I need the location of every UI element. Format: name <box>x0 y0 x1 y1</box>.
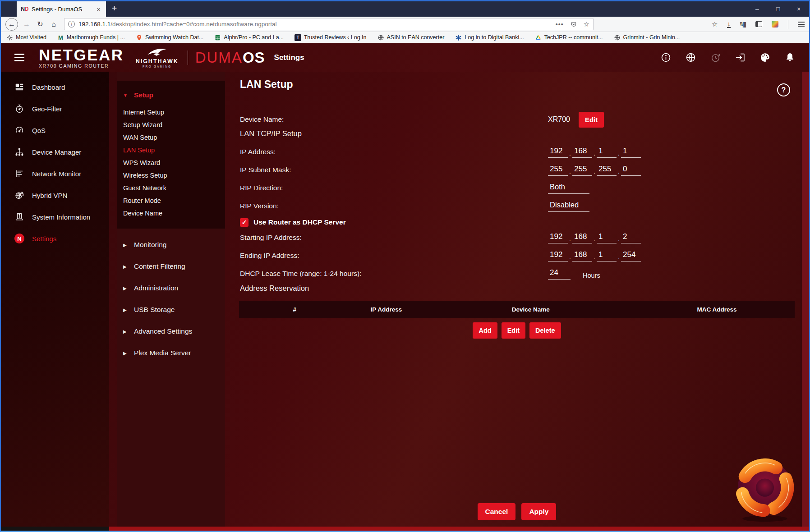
bookmark-item[interactable]: TechJPR -- communit... <box>535 34 603 41</box>
url-text[interactable]: 192.168.1.1/desktop/index.html?cache=0#c… <box>78 21 552 28</box>
bookmark-item[interactable]: MMarlborough Funds | ... <box>57 34 125 41</box>
triangle-right-icon: ▶ <box>123 243 128 248</box>
start-octet-input[interactable]: 168 <box>572 232 592 243</box>
forward-button[interactable]: → <box>21 18 32 30</box>
menu-icon[interactable] <box>798 21 805 28</box>
end-octet-input[interactable]: 192 <box>548 250 568 261</box>
bookmark-item[interactable]: Swimming Watch Dat... <box>136 34 203 41</box>
submenu-item-lan-setup[interactable]: LAN Setup <box>117 144 225 156</box>
submenu-item-router-mode[interactable]: Router Mode <box>117 194 225 207</box>
sidebar-item-settings[interactable]: N Settings <box>1 228 109 249</box>
bookmark-item[interactable]: Log in to Digital Banki... <box>455 34 524 41</box>
history-icon[interactable] <box>710 52 721 63</box>
start-octet-input[interactable]: 192 <box>548 232 568 243</box>
submenu-group-plex-media-server[interactable]: ▶Plex Media Server <box>117 342 225 364</box>
close-button[interactable]: × <box>788 1 809 17</box>
scrollbar-corner <box>1 527 109 532</box>
address-bar[interactable]: i 192.168.1.1/desktop/index.html?cache=0… <box>64 18 594 30</box>
submenu-group-monitoring[interactable]: ▶Monitoring <box>117 234 225 256</box>
subnet-octet-input[interactable]: 255 <box>597 165 617 176</box>
sidebar-item-network-monitor[interactable]: Network Monitor <box>1 163 109 184</box>
add-button[interactable]: Add <box>473 322 497 339</box>
page-info-icon[interactable]: i <box>68 21 75 28</box>
bookmark-item[interactable]: ASIN to EAN converter <box>377 34 445 41</box>
ip-octet-input[interactable]: 1 <box>621 147 641 158</box>
cancel-button[interactable]: Cancel <box>478 503 516 520</box>
sidebar-item-geo-filter[interactable]: Geo-Filter <box>1 98 109 119</box>
new-tab-button[interactable]: + <box>112 3 117 13</box>
submenu-group-usb-storage[interactable]: ▶USB Storage <box>117 299 225 321</box>
edit-button[interactable]: Edit <box>502 322 525 339</box>
submenu-item-wps-wizard[interactable]: WPS Wizard <box>117 156 225 169</box>
home-button[interactable]: ⌂ <box>48 18 60 30</box>
dhcp-checkbox[interactable]: ✓ <box>240 218 249 227</box>
subnet-mask-row: IP Subnet Mask: 255.255.255.0 <box>240 161 793 179</box>
sidebar-toggle-icon[interactable] <box>755 21 762 27</box>
sidebar-item-qos[interactable]: QoS <box>1 119 109 141</box>
apply-button[interactable]: Apply <box>521 503 556 520</box>
maximize-button[interactable]: □ <box>768 1 788 17</box>
browser-window: ND Settings - DumaOS × + – □ × ← → ↻ ⌂ i… <box>0 0 810 532</box>
theme-palette-icon[interactable] <box>759 52 771 63</box>
delete-button[interactable]: Delete <box>529 322 561 339</box>
sidebar-item-dashboard[interactable]: Dashboard <box>1 76 109 98</box>
submenu-item-wan-setup[interactable]: WAN Setup <box>117 131 225 144</box>
horizontal-scrollbar[interactable] <box>109 527 809 532</box>
subnet-octet-input[interactable]: 255 <box>572 165 592 176</box>
submenu-group-setup[interactable]: ▼Setup <box>117 88 225 102</box>
submenu-group-advanced-settings[interactable]: ▶Advanced Settings <box>117 321 225 342</box>
ip-octet-input[interactable]: 1 <box>597 147 617 158</box>
subnet-octet-input[interactable]: 255 <box>548 165 568 176</box>
page-actions-icon[interactable]: ••• <box>556 21 564 28</box>
ip-octet-input[interactable]: 168 <box>572 147 592 158</box>
submenu-item-guest-network[interactable]: Guest Network <box>117 182 225 194</box>
start-octet-input[interactable]: 1 <box>597 232 617 243</box>
vertical-scrollbar[interactable] <box>802 72 809 527</box>
end-octet-input[interactable]: 168 <box>572 250 592 261</box>
rip-version-row: RIP Version: Disabled <box>240 197 793 215</box>
submenu-group-content-filtering[interactable]: ▶Content Filtering <box>117 256 225 277</box>
dashboard-icon <box>14 82 24 92</box>
library-icon[interactable]: \\||| <box>740 21 746 28</box>
bookmark-star-icon[interactable]: ☆ <box>584 20 589 28</box>
pocket-icon[interactable] <box>570 21 577 28</box>
end-octet-input[interactable]: 254 <box>621 250 641 261</box>
dhcp-lease-row: DHCP Lease Time (range: 1-24 hours): 24 … <box>240 265 793 283</box>
bookmark-item[interactable]: TTrusted Reviews ‹ Log In <box>295 34 366 41</box>
browser-tab[interactable]: ND Settings - DumaOS × <box>17 1 106 17</box>
ip-octet-input[interactable]: 192 <box>548 147 568 158</box>
lease-time-input[interactable]: 24 <box>548 268 571 280</box>
edit-device-name-button[interactable]: Edit <box>579 112 604 128</box>
sidebar-item-hybrid-vpn[interactable]: Hybrid VPN <box>1 184 109 206</box>
bookmarks-bar: Most Visited MMarlborough Funds | ... Sw… <box>1 32 809 43</box>
bookmark-most-visited[interactable]: Most Visited <box>6 34 46 41</box>
minimize-button[interactable]: – <box>747 1 768 17</box>
downloads-icon[interactable]: ↓ <box>727 20 731 28</box>
rip-version-select[interactable]: Disabled <box>548 201 589 212</box>
screenshot-extension-icon[interactable] <box>772 21 778 28</box>
subnet-octet-input[interactable]: 0 <box>621 165 641 176</box>
sidebar-item-device-manager[interactable]: Device Manager <box>1 141 109 163</box>
back-button[interactable]: ← <box>5 18 18 31</box>
end-octet-input[interactable]: 1 <box>597 250 617 261</box>
submenu-group-administration[interactable]: ▶Administration <box>117 277 225 299</box>
submenu-item-setup-wizard[interactable]: Setup Wizard <box>117 119 225 131</box>
start-octet-input[interactable]: 2 <box>621 232 641 243</box>
reload-button[interactable]: ↻ <box>34 18 46 30</box>
bookmark-item[interactable]: Alphr/Pro - PC and La... <box>214 34 284 41</box>
language-globe-icon[interactable] <box>685 52 696 63</box>
rip-direction-select[interactable]: Both <box>548 183 589 194</box>
app-menu-icon[interactable] <box>14 52 24 64</box>
submenu-item-wireless-setup[interactable]: Wireless Setup <box>117 169 225 182</box>
bookmark-item[interactable]: Grinmint - Grin Minin... <box>614 34 680 41</box>
submenu-item-internet-setup[interactable]: Internet Setup <box>117 106 225 119</box>
bookmarks-menu-icon[interactable]: ☆ <box>712 20 718 28</box>
sidebar-item-system-information[interactable]: System Information <box>1 206 109 228</box>
submenu-item-device-name[interactable]: Device Name <box>117 207 225 220</box>
info-icon[interactable] <box>660 52 672 63</box>
logout-icon[interactable] <box>735 52 746 63</box>
tab-close-icon[interactable]: × <box>95 5 102 13</box>
help-icon[interactable]: ? <box>777 83 790 96</box>
notifications-bell-icon[interactable] <box>784 52 796 63</box>
nighthawk-logo: NIGHTHAWK PRO GAMING <box>136 47 179 68</box>
